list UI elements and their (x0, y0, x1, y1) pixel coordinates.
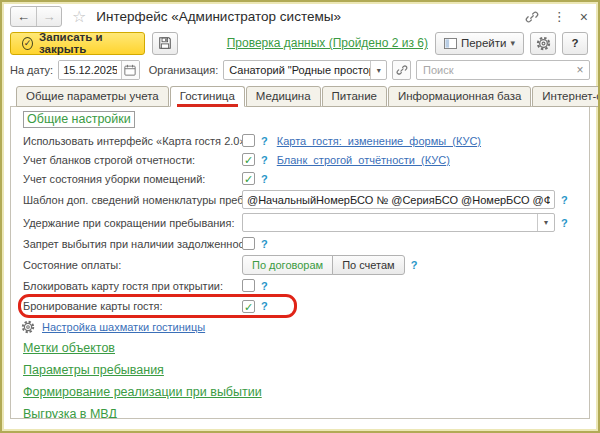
date-field-group (58, 60, 140, 80)
save-and-close-label: Записать и закрыть (39, 31, 133, 55)
group-link-mvd-upload[interactable]: Выгрузка в МВД (23, 407, 117, 419)
checkbox-card-booking[interactable]: ✓ (242, 300, 255, 313)
checkbox-lock-card[interactable] (242, 279, 255, 292)
group-header-general-settings[interactable]: Общие настройки (23, 111, 135, 128)
titlebar: ← → ☆ Интерфейс «Администратор системы» … (2, 2, 598, 29)
command-bar: ▾ ✓ Записать и закрыть Проверка данных (… (2, 29, 598, 58)
org-open-link-button[interactable] (392, 60, 411, 80)
checkbox-guest-card[interactable] (242, 134, 255, 147)
back-button[interactable]: ← (11, 7, 36, 26)
tab-general-accounting[interactable]: Общие параметры учета (16, 86, 169, 107)
more-menu-icon[interactable]: ⋮ (553, 9, 566, 24)
help-icon[interactable]: ? (261, 238, 268, 250)
help-icon[interactable]: ? (261, 280, 268, 292)
help-icon[interactable]: ? (261, 173, 268, 185)
hotel-settings-panel: Общие настройки Использовать интерфейс «… (10, 106, 590, 419)
group-link-realization-on-departure[interactable]: Формирование реализации при выбытии (23, 385, 262, 399)
setting-label: Блокировать карту гостя при открытии: (23, 280, 242, 292)
history-nav: ← → (10, 6, 62, 27)
setting-row-lock-card: Блокировать карту гостя при открытии: ? (23, 276, 583, 295)
doc-link-strict-forms[interactable]: Бланк_строгой_отчётности_(КУС) (277, 154, 450, 166)
group-row: Параметры пребывания (23, 359, 583, 381)
goto-button[interactable]: Перейти ▾ (435, 32, 524, 55)
settings-button[interactable] (530, 32, 556, 55)
dropdown-arrow-icon[interactable]: ▾ (370, 61, 387, 79)
doc-link-guest-card[interactable]: Карта_гостя:_изменение_формы_(КУС) (277, 135, 481, 147)
withhold-value (243, 214, 537, 231)
get-link-icon[interactable] (525, 10, 539, 24)
tab-hotel[interactable]: Гостиница (170, 86, 245, 107)
setting-label: Шаблон доп. сведений номенклатуры пребыв… (23, 194, 242, 206)
search-field: × (416, 60, 590, 80)
setting-row-template: Шаблон доп. сведений номенклатуры пребыв… (23, 188, 583, 211)
template-input[interactable] (242, 190, 555, 209)
date-input[interactable] (59, 61, 121, 79)
setting-label: Запрет выбытия при наличии задолженности… (23, 238, 242, 250)
help-icon[interactable]: ? (261, 300, 268, 312)
calendar-button[interactable] (121, 61, 139, 79)
org-label: Организация: (149, 64, 218, 76)
tab-medicine[interactable]: Медицина (246, 86, 321, 107)
setting-row-withhold: Удержание при сокращении пребывания: ▾ ? (23, 211, 583, 234)
setting-label: Состояние оплаты: (23, 259, 242, 271)
dialog-window: ← → ☆ Интерфейс «Администратор системы» … (0, 0, 600, 433)
forward-button[interactable]: → (36, 7, 61, 26)
help-icon[interactable]: ? (561, 217, 568, 229)
gear-icon (536, 36, 551, 51)
save-icon (158, 36, 172, 50)
payment-state-switch: По договорам По счетам (242, 255, 405, 275)
setting-row-strict-forms: Учет бланков строгой отчетности: ✓ ? Бла… (23, 150, 583, 169)
tab-food[interactable]: Питание (322, 86, 387, 107)
tab-internet-services[interactable]: Интернет-сервисы (532, 86, 600, 107)
setting-label: Использовать интерфейс «Карта гостя 2.0»… (23, 135, 242, 147)
help-icon[interactable]: ? (411, 259, 418, 271)
setting-label: Учет состояния уборки помещений: (23, 173, 242, 185)
chess-settings-row: Настройка шахматки гостиницы (21, 317, 583, 337)
group-link-object-tags[interactable]: Метки объектов (23, 341, 115, 355)
search-input[interactable] (417, 64, 571, 76)
group-link-stay-parameters[interactable]: Параметры пребывания (23, 363, 164, 377)
help-icon[interactable]: ? (261, 135, 268, 147)
setting-row-guest-card: Использовать интерфейс «Карта гостя 2.0»… (23, 131, 583, 150)
checkbox-departure-ban[interactable] (242, 237, 255, 250)
withhold-combobox[interactable]: ▾ (242, 213, 555, 232)
checkbox-strict-forms[interactable]: ✓ (242, 153, 255, 166)
org-value: Санаторий "Родные просторы" (224, 61, 370, 79)
chess-settings-link[interactable]: Настройка шахматки гостиницы (42, 321, 205, 333)
setting-label: Бронирование карты гостя: (23, 300, 242, 312)
help-icon[interactable]: ? (261, 154, 268, 166)
dropdown-arrow-icon[interactable]: ▾ (537, 214, 554, 231)
checkbox-cleaning-state[interactable]: ✓ (242, 172, 255, 185)
chevron-down-icon: ▾ (510, 38, 515, 48)
save-and-close-button[interactable]: ▾ ✓ Записать и закрыть (10, 32, 145, 55)
date-label: На дату: (10, 64, 53, 76)
group-row: Формирование реализации при выбытии (23, 381, 583, 403)
setting-label: Учет бланков строгой отчетности: (23, 154, 242, 166)
goto-label: Перейти (461, 37, 507, 49)
setting-row-cleaning-state: Учет состояния уборки помещений: ✓ ? (23, 169, 583, 188)
group-row: Выгрузка в МВД (23, 403, 583, 419)
gear-icon (21, 320, 35, 334)
close-button[interactable]: × (580, 9, 588, 25)
page-title: Интерфейс «Администратор системы» (96, 9, 518, 24)
validation-link[interactable]: Проверка данных (Пройдено 2 из 6) (227, 36, 428, 50)
tab-strip: Общие параметры учета Гостиница Медицина… (10, 84, 590, 107)
help-button[interactable]: ? (562, 32, 588, 55)
setting-row-departure-ban: Запрет выбытия при наличии задолженности… (23, 234, 583, 253)
tab-infobase[interactable]: Информационная база (388, 86, 531, 107)
check-circle-icon: ✓ (22, 37, 33, 50)
group-row: Метки объектов (23, 337, 583, 359)
payment-option-contracts[interactable]: По договорам (242, 255, 333, 275)
setting-row-card-booking: Бронирование карты гостя: ✓ ? (23, 295, 583, 317)
titlebar-icons: ⋮ × (525, 9, 588, 25)
favorite-star-icon[interactable]: ☆ (72, 7, 86, 26)
org-combobox[interactable]: Санаторий "Родные просторы" ▾ (223, 60, 387, 80)
setting-label: Удержание при сокращении пребывания: (23, 217, 242, 229)
search-clear-icon[interactable]: × (571, 63, 589, 77)
payment-option-invoices[interactable]: По счетам (332, 255, 405, 275)
help-icon[interactable]: ? (561, 194, 568, 206)
setting-row-payment-state: Состояние оплаты: По договорам По счетам… (23, 253, 583, 276)
goto-icon (444, 38, 457, 49)
filter-bar: На дату: Организация: Санаторий "Родные … (2, 58, 598, 82)
save-button[interactable] (152, 32, 178, 55)
